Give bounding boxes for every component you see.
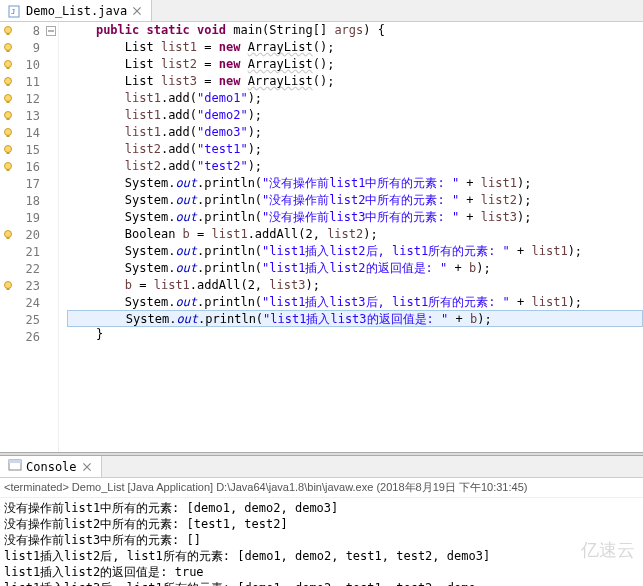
console-tab[interactable]: Console xyxy=(0,456,102,477)
lightbulb-icon[interactable] xyxy=(0,229,16,241)
console-header: <terminated> Demo_List [Java Application… xyxy=(0,478,643,498)
close-icon[interactable] xyxy=(131,5,143,17)
console-output[interactable]: 没有操作前list1中所有的元素: [demo1, demo2, demo3]没… xyxy=(0,498,643,586)
lightbulb-icon[interactable] xyxy=(0,42,16,54)
line-number: 13 xyxy=(16,109,44,123)
svg-point-16 xyxy=(5,111,12,118)
line-number: 9 xyxy=(16,41,44,55)
gutter-row: 8 xyxy=(0,22,58,39)
code-line[interactable]: public static void main(String[] args) { xyxy=(67,22,643,39)
console-line: list1插入list2的返回值是: true xyxy=(4,564,639,580)
gutter-row: 18 xyxy=(0,192,58,209)
svg-point-20 xyxy=(5,145,12,152)
code-line[interactable]: list2.add("test1"); xyxy=(67,141,643,158)
code-line[interactable]: System.out.println("没有操作前list3中所有的元素: " … xyxy=(67,209,643,226)
lightbulb-icon[interactable] xyxy=(0,25,16,37)
lightbulb-icon[interactable] xyxy=(0,110,16,122)
console-line: list1插入list3后, list1所有的元素: [demo1, demo2… xyxy=(4,580,639,586)
code-line[interactable]: List list2 = new ArrayList(); xyxy=(67,56,643,73)
gutter-row: 13 xyxy=(0,107,58,124)
svg-text:J: J xyxy=(11,8,15,16)
lightbulb-icon[interactable] xyxy=(0,280,16,292)
svg-point-12 xyxy=(5,77,12,84)
gutter-row: 26 xyxy=(0,328,58,345)
fold-minus-icon[interactable] xyxy=(44,26,58,36)
close-icon[interactable] xyxy=(81,461,93,473)
code-area[interactable]: public static void main(String[] args) {… xyxy=(59,22,643,452)
gutter-row: 16 xyxy=(0,158,58,175)
svg-point-8 xyxy=(5,43,12,50)
line-number: 10 xyxy=(16,58,44,72)
code-line[interactable]: List list3 = new ArrayList(); xyxy=(67,73,643,90)
console-line: list1插入list2后, list1所有的元素: [demo1, demo2… xyxy=(4,548,639,564)
gutter-row: 10 xyxy=(0,56,58,73)
gutter-row: 19 xyxy=(0,209,58,226)
svg-rect-23 xyxy=(7,169,10,171)
line-number: 20 xyxy=(16,228,44,242)
editor-tab-label: Demo_List.java xyxy=(26,4,127,18)
code-line[interactable]: System.out.println("没有操作前list2中所有的元素: " … xyxy=(67,192,643,209)
svg-rect-15 xyxy=(7,101,10,103)
svg-point-22 xyxy=(5,162,12,169)
code-line[interactable]: } xyxy=(67,326,643,343)
code-editor[interactable]: 891011121314151617181920212223242526 pub… xyxy=(0,22,643,452)
line-number: 23 xyxy=(16,279,44,293)
line-number: 18 xyxy=(16,194,44,208)
line-number: 25 xyxy=(16,313,44,327)
code-line[interactable]: list1.add("demo1"); xyxy=(67,90,643,107)
gutter-row: 17 xyxy=(0,175,58,192)
console-line: 没有操作前list2中所有的元素: [test1, test2] xyxy=(4,516,639,532)
gutter-row: 20 xyxy=(0,226,58,243)
line-number: 19 xyxy=(16,211,44,225)
gutter-row: 21 xyxy=(0,243,58,260)
lightbulb-icon[interactable] xyxy=(0,59,16,71)
code-line[interactable]: b = list1.addAll(2, list3); xyxy=(67,277,643,294)
svg-rect-25 xyxy=(7,237,10,239)
gutter-row: 15 xyxy=(0,141,58,158)
code-line[interactable]: List list1 = new ArrayList(); xyxy=(67,39,643,56)
svg-point-26 xyxy=(5,281,12,288)
svg-rect-29 xyxy=(9,460,21,463)
svg-rect-11 xyxy=(7,67,10,69)
watermark-logo: 亿速云 xyxy=(581,538,635,562)
line-number: 11 xyxy=(16,75,44,89)
lightbulb-icon[interactable] xyxy=(0,161,16,173)
gutter-row: 12 xyxy=(0,90,58,107)
code-line[interactable]: list1.add("demo2"); xyxy=(67,107,643,124)
line-number: 14 xyxy=(16,126,44,140)
code-line[interactable]: list1.add("demo3"); xyxy=(67,124,643,141)
svg-rect-21 xyxy=(7,152,10,154)
lightbulb-icon[interactable] xyxy=(0,127,16,139)
console-tab-label: Console xyxy=(26,460,77,474)
line-number: 17 xyxy=(16,177,44,191)
gutter-row: 24 xyxy=(0,294,58,311)
code-line[interactable]: System.out.println("list1插入list2的返回值是: "… xyxy=(67,260,643,277)
java-file-icon: J xyxy=(8,4,22,18)
code-line[interactable]: System.out.println("list1插入list2后, list1… xyxy=(67,243,643,260)
console-line: 没有操作前list1中所有的元素: [demo1, demo2, demo3] xyxy=(4,500,639,516)
gutter-row: 9 xyxy=(0,39,58,56)
lightbulb-icon[interactable] xyxy=(0,76,16,88)
svg-point-24 xyxy=(5,230,12,237)
line-number: 26 xyxy=(16,330,44,344)
console-icon xyxy=(8,458,22,475)
svg-point-18 xyxy=(5,128,12,135)
line-number: 12 xyxy=(16,92,44,106)
code-line[interactable]: list2.add("test2"); xyxy=(67,158,643,175)
svg-rect-27 xyxy=(7,288,10,290)
gutter-row: 11 xyxy=(0,73,58,90)
line-number: 8 xyxy=(16,24,44,38)
lightbulb-icon[interactable] xyxy=(0,144,16,156)
svg-rect-13 xyxy=(7,84,10,86)
lightbulb-icon[interactable] xyxy=(0,93,16,105)
svg-rect-19 xyxy=(7,135,10,137)
code-line[interactable]: System.out.println("没有操作前list1中所有的元素: " … xyxy=(67,175,643,192)
editor-tab[interactable]: J Demo_List.java xyxy=(0,0,152,21)
line-number: 22 xyxy=(16,262,44,276)
gutter-row: 22 xyxy=(0,260,58,277)
code-line[interactable]: System.out.println("list1插入list3的返回值是: "… xyxy=(67,310,643,327)
svg-rect-9 xyxy=(7,50,10,52)
code-line[interactable]: System.out.println("list1插入list3后, list1… xyxy=(67,294,643,311)
code-line[interactable]: Boolean b = list1.addAll(2, list2); xyxy=(67,226,643,243)
svg-point-4 xyxy=(5,26,12,33)
